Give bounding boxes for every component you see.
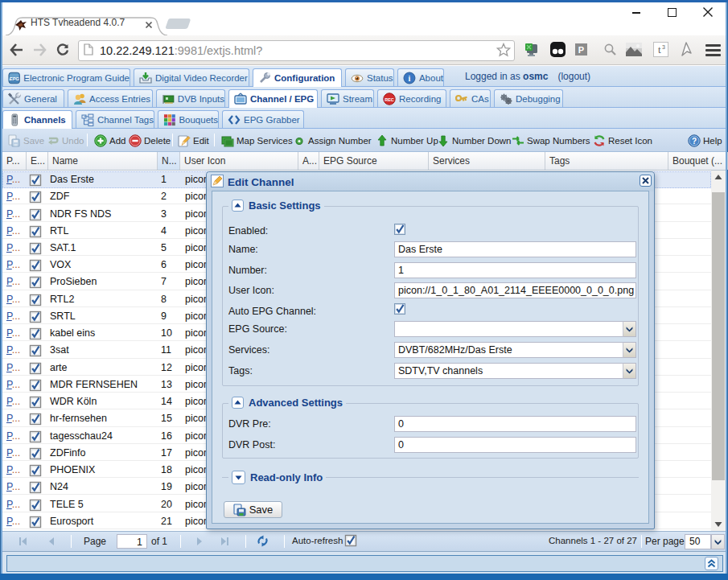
- svg-text:i: i: [409, 73, 411, 82]
- svg-text:t: t: [658, 43, 661, 56]
- svg-text:EPG: EPG: [10, 76, 20, 80]
- svg-text:3: 3: [662, 44, 665, 50]
- svg-text:?: ?: [692, 137, 697, 146]
- svg-text:P: P: [578, 45, 584, 55]
- svg-text:REC: REC: [385, 97, 394, 101]
